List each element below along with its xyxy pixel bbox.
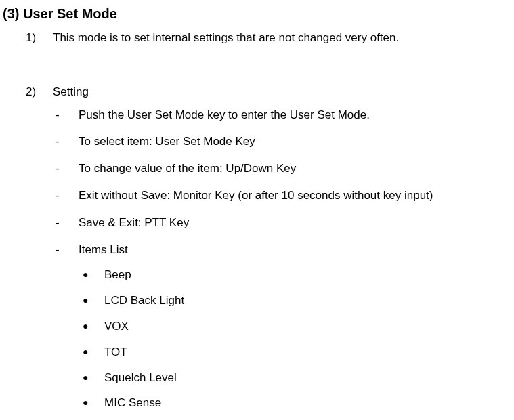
- bullet-text: TOT: [104, 344, 127, 360]
- bullet-item: ● Squelch Level: [83, 370, 514, 386]
- bullet-marker-icon: ●: [83, 318, 89, 333]
- dash-item: - Exit without Save: Monitor Key (or aft…: [56, 188, 514, 204]
- dash-text: Push the User Set Mode key to enter the …: [79, 107, 370, 123]
- numbered-item: 2) Setting - Push the User Set Mode key …: [26, 84, 514, 420]
- bullet-text: Squelch Level: [104, 370, 177, 386]
- dash-item: - Save & Exit: PTT Key: [56, 215, 514, 231]
- item-text: Setting: [53, 84, 89, 100]
- bullet-item: ● Beep: [83, 267, 514, 283]
- dash-list: - Push the User Set Mode key to enter th…: [26, 107, 514, 420]
- dash-item: - To select item: User Set Mode Key: [56, 133, 514, 150]
- dash-marker-icon: -: [56, 242, 62, 258]
- dash-marker-icon: -: [56, 107, 62, 123]
- numbered-item: 1) This mode is to set internal settings…: [26, 30, 514, 46]
- numbered-list: 1) This mode is to set internal settings…: [0, 30, 514, 420]
- dash-item: - To change value of the item: Up/Down K…: [56, 161, 514, 177]
- bullet-marker-icon: ●: [83, 293, 89, 308]
- item-number: 1): [26, 30, 41, 46]
- bullet-text: VOX: [104, 318, 129, 335]
- bullet-text: MIC Sense: [104, 395, 161, 411]
- dash-text: To select item: User Set Mode Key: [79, 133, 255, 150]
- dash-item: - Push the User Set Mode key to enter th…: [56, 107, 514, 123]
- dash-text: Exit without Save: Monitor Key (or after…: [79, 188, 433, 204]
- dash-marker-icon: -: [56, 161, 62, 177]
- bullet-list: ● Beep ● LCD Back Light ● VOX ● TOT: [56, 267, 514, 420]
- section-heading: (3) User Set Mode: [0, 4, 514, 23]
- bullet-marker-icon: ●: [83, 370, 89, 385]
- bullet-marker-icon: ●: [83, 395, 89, 410]
- bullet-item: ● TOT: [83, 344, 514, 360]
- bullet-item: ● VOX: [83, 318, 514, 335]
- dash-marker-icon: -: [56, 188, 62, 204]
- bullet-marker-icon: ●: [83, 344, 89, 359]
- bullet-text: Beep: [104, 267, 131, 283]
- bullet-item: ● MIC Sense: [83, 395, 514, 411]
- dash-text: Save & Exit: PTT Key: [79, 215, 189, 231]
- item-number: 2): [26, 84, 41, 100]
- dash-text: Items List: [79, 242, 128, 258]
- dash-item: - Items List ● Beep ● LCD Back Light ● V…: [56, 242, 514, 420]
- dash-marker-icon: -: [56, 133, 62, 150]
- bullet-marker-icon: ●: [83, 267, 89, 282]
- dash-text: To change value of the item: Up/Down Key: [79, 161, 296, 177]
- item-text: This mode is to set internal settings th…: [53, 30, 399, 46]
- dash-marker-icon: -: [56, 215, 62, 231]
- bullet-text: LCD Back Light: [104, 293, 184, 309]
- bullet-item: ● LCD Back Light: [83, 293, 514, 309]
